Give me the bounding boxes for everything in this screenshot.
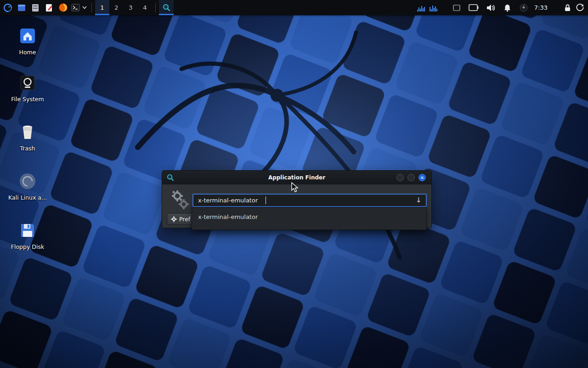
desktop-icon-kali-linux[interactable]: Kali Linux a...: [6, 171, 50, 201]
workspace-1[interactable]: 1: [95, 0, 109, 15]
desktop-icon-trash[interactable]: Trash: [6, 122, 50, 152]
close-button[interactable]: ✕: [418, 174, 426, 181]
preferences-gear-icon: [171, 216, 177, 222]
maximize-button[interactable]: [407, 174, 415, 181]
kali-menu-icon[interactable]: [1, 0, 15, 15]
top-panel: 1 2 3 4: [0, 0, 588, 15]
panel-clock[interactable]: 7:33: [532, 4, 549, 11]
logout-icon[interactable]: [576, 3, 584, 12]
desktop-icon-label: File System: [11, 96, 44, 103]
kali-folder-icon: [17, 171, 38, 191]
archive-drawer-icon[interactable]: [28, 0, 42, 15]
desktop-icon-floppy-disk[interactable]: Floppy Disk: [6, 220, 50, 250]
desktop-icon-label: Floppy Disk: [11, 244, 44, 250]
panel-separator: [91, 3, 92, 12]
completion-popup: x-terminal-emulator: [192, 207, 427, 230]
desktop-icon-label: Trash: [20, 145, 35, 152]
lock-icon[interactable]: [564, 4, 571, 12]
search-input[interactable]: [192, 194, 427, 207]
workspace-4[interactable]: 4: [138, 0, 152, 15]
drive-icon: [17, 73, 38, 93]
desktop-icon-label: Home: [19, 49, 36, 56]
minimize-button[interactable]: [396, 174, 404, 181]
desktop-icon-home[interactable]: Home: [6, 26, 50, 56]
display-battery-icon[interactable]: [469, 4, 479, 11]
notifications-bell-icon[interactable]: [503, 4, 511, 12]
preferences-label: Pref: [179, 216, 190, 223]
home-icon: [17, 26, 38, 46]
chevron-down-icon[interactable]: [81, 0, 88, 15]
window-magnifier-icon: [167, 174, 174, 181]
window-title: Application Finder: [162, 174, 431, 181]
network-status-icon[interactable]: [520, 4, 528, 12]
workspace-2[interactable]: 2: [109, 0, 124, 15]
network-graph-widget[interactable]: [417, 4, 425, 12]
text-caret: [266, 196, 266, 204]
workspace-3[interactable]: 3: [124, 0, 138, 15]
gears-icon: [170, 189, 192, 211]
floppy-icon: [17, 220, 38, 241]
desktop-icon-filesystem[interactable]: File System: [6, 73, 50, 103]
firefox-icon[interactable]: [56, 0, 70, 15]
app-finder-magnifier-icon: [163, 4, 170, 12]
titlebar[interactable]: Application Finder ✕: [162, 171, 431, 184]
terminal-launcher-icon[interactable]: [70, 0, 81, 15]
dropdown-arrow-icon[interactable]: ↓: [416, 196, 422, 204]
cpu-graph-widget[interactable]: [430, 4, 437, 12]
file-manager-icon[interactable]: [15, 0, 28, 15]
tray-widget-icon[interactable]: [453, 5, 460, 11]
trash-icon: [17, 122, 38, 142]
taskbar-application-finder-button[interactable]: [159, 0, 174, 15]
volume-icon[interactable]: [486, 4, 495, 12]
text-editor-icon[interactable]: [42, 0, 56, 15]
completion-item[interactable]: x-terminal-emulator: [193, 212, 425, 222]
panel-separator: [155, 3, 156, 12]
desktop-icon-label: Kali Linux a...: [8, 195, 47, 201]
